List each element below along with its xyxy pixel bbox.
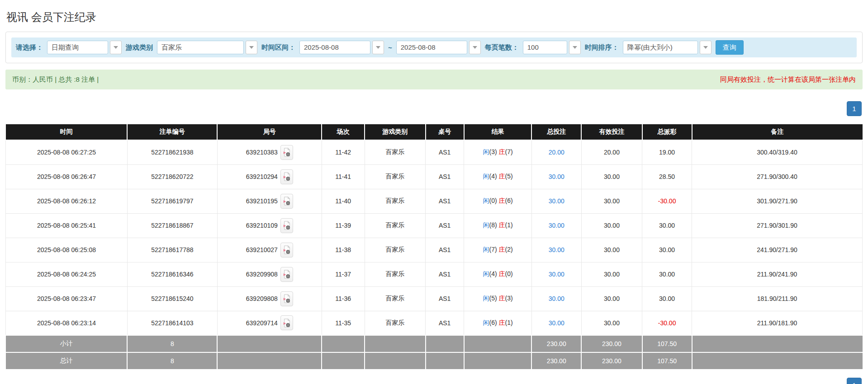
round-id-cell: 639209714 bbox=[217, 311, 322, 335]
col-bet-id: 注单编号 bbox=[127, 124, 217, 140]
valid-bet-cell: 30.00 bbox=[581, 286, 642, 311]
page-size-value[interactable]: 100 bbox=[523, 41, 567, 54]
game-type-cell: 百家乐 bbox=[365, 140, 425, 164]
col-note: 备注 bbox=[692, 124, 863, 140]
player-score: (5) bbox=[489, 295, 497, 302]
chevron-down-icon[interactable] bbox=[700, 41, 711, 54]
result-cell: 闲(4) 庄(0) bbox=[464, 262, 532, 286]
session-cell: 11-37 bbox=[322, 262, 365, 286]
round-id: 639210027 bbox=[246, 246, 278, 253]
sort-order-select[interactable]: 降幂(由大到小) bbox=[623, 41, 711, 54]
player-label: 闲 bbox=[483, 319, 489, 326]
note-cell: 181.90/211.90 bbox=[692, 286, 863, 311]
banker-label: 庄 bbox=[498, 270, 505, 277]
date-to-value[interactable]: 2025-08-08 bbox=[396, 41, 467, 54]
date-to-select[interactable]: 2025-08-08 bbox=[396, 41, 481, 54]
chevron-down-icon[interactable] bbox=[569, 41, 581, 54]
query-type-select[interactable]: 日期查询 bbox=[47, 41, 122, 54]
sort-order-value[interactable]: 降幂(由大到小) bbox=[623, 41, 698, 54]
total-bet-link[interactable]: 30.00 bbox=[531, 189, 581, 213]
note-cell: 301.90/271.90 bbox=[692, 189, 863, 213]
note-cell: 211.90/181.90 bbox=[692, 311, 863, 335]
payout-cell: -30.00 bbox=[642, 311, 692, 335]
note-cell: 241.90/271.90 bbox=[692, 238, 863, 262]
video-record-icon[interactable] bbox=[280, 291, 293, 306]
table-row: 2025-08-08 06:25:08 522718617788 6392100… bbox=[6, 238, 863, 262]
bet-id-cell: 522718620722 bbox=[127, 164, 217, 189]
total-bet-link[interactable]: 30.00 bbox=[531, 311, 581, 335]
video-record-icon[interactable] bbox=[280, 267, 293, 282]
query-type-label: 请选择： bbox=[16, 43, 43, 52]
game-type-value[interactable]: 百家乐 bbox=[157, 41, 244, 54]
video-record-icon[interactable] bbox=[280, 218, 293, 233]
col-payout: 总派彩 bbox=[642, 124, 692, 140]
time-cell: 2025-08-08 06:23:47 bbox=[6, 286, 128, 311]
chevron-down-icon[interactable] bbox=[372, 41, 384, 54]
note-cell: 300.40/319.40 bbox=[692, 140, 863, 164]
player-score: (6) bbox=[489, 319, 497, 326]
total-bet-link[interactable]: 30.00 bbox=[531, 286, 581, 311]
col-result: 结果 bbox=[464, 124, 532, 140]
total-bet-link[interactable]: 30.00 bbox=[531, 213, 581, 238]
note-cell: 211.90/241.90 bbox=[692, 262, 863, 286]
search-button[interactable]: 查询 bbox=[716, 40, 744, 55]
bet-id-cell: 522718616346 bbox=[127, 262, 217, 286]
table-no-cell: AS1 bbox=[426, 262, 464, 286]
valid-bet-cell: 20.00 bbox=[581, 140, 642, 164]
pagination-top: 1 bbox=[5, 101, 862, 116]
pagination-bottom: 1 bbox=[5, 378, 863, 384]
video-record-icon[interactable] bbox=[280, 194, 293, 209]
round-id: 639210294 bbox=[246, 173, 278, 180]
banker-score: (1) bbox=[505, 221, 512, 229]
video-record-icon[interactable] bbox=[280, 243, 293, 258]
query-type-value[interactable]: 日期查询 bbox=[47, 41, 108, 54]
video-record-icon[interactable] bbox=[280, 169, 293, 184]
video-record-icon[interactable] bbox=[280, 315, 293, 330]
page-size-select[interactable]: 100 bbox=[523, 41, 581, 54]
note-cell: 271.90/300.40 bbox=[692, 164, 863, 189]
subtotal-total-bet: 230.00 bbox=[531, 335, 581, 352]
time-cell: 2025-08-08 06:25:41 bbox=[6, 213, 128, 238]
chevron-down-icon[interactable] bbox=[246, 41, 257, 54]
total-bet-link[interactable]: 20.00 bbox=[531, 140, 581, 164]
session-cell: 11-35 bbox=[322, 311, 365, 335]
game-type-select[interactable]: 百家乐 bbox=[157, 41, 257, 54]
chevron-down-icon[interactable] bbox=[469, 41, 481, 54]
total-bet-link[interactable]: 30.00 bbox=[531, 238, 581, 262]
total-bet-link[interactable]: 30.00 bbox=[531, 262, 581, 286]
chevron-down-icon[interactable] bbox=[110, 41, 122, 54]
table-no-cell: AS1 bbox=[426, 238, 464, 262]
bet-records-table: 时间 注单编号 局号 场次 游戏类别 桌号 结果 总投注 有效投注 总派彩 备注… bbox=[5, 124, 863, 370]
player-label: 闲 bbox=[483, 295, 489, 302]
col-table-no: 桌号 bbox=[426, 124, 464, 140]
page-1-button[interactable]: 1 bbox=[847, 378, 862, 384]
banker-label: 庄 bbox=[498, 295, 505, 302]
bet-id-cell: 522718615240 bbox=[127, 286, 217, 311]
video-record-icon[interactable] bbox=[280, 145, 293, 160]
total-bet-link[interactable]: 30.00 bbox=[531, 164, 581, 189]
result-cell: 闲(6) 庄(1) bbox=[464, 311, 532, 335]
session-cell: 11-38 bbox=[322, 238, 365, 262]
table-row: 2025-08-08 06:23:47 522718615240 6392098… bbox=[6, 286, 863, 311]
table-row: 2025-08-08 06:23:14 522718614103 6392097… bbox=[6, 311, 863, 335]
col-session: 场次 bbox=[322, 124, 365, 140]
player-score: (8) bbox=[489, 221, 497, 229]
bet-id-cell: 522718619797 bbox=[127, 189, 217, 213]
bet-id-cell: 522718618867 bbox=[127, 213, 217, 238]
table-row: 2025-08-08 06:26:47 522718620722 6392102… bbox=[6, 164, 863, 189]
date-from-value[interactable]: 2025-08-08 bbox=[299, 41, 370, 54]
total-count: 8 bbox=[127, 352, 217, 370]
banker-score: (7) bbox=[505, 148, 512, 155]
game-type-cell: 百家乐 bbox=[365, 286, 425, 311]
payout-cell: 28.50 bbox=[642, 164, 692, 189]
page-1-button[interactable]: 1 bbox=[847, 101, 862, 116]
notice-text: 同局有效投注，统一计算在该局第一张注单内 bbox=[720, 75, 856, 84]
col-total-bet: 总投注 bbox=[531, 124, 581, 140]
time-cell: 2025-08-08 06:26:47 bbox=[6, 164, 128, 189]
subtotal-label: 小计 bbox=[6, 335, 128, 352]
date-from-select[interactable]: 2025-08-08 bbox=[299, 41, 384, 54]
banker-label: 庄 bbox=[498, 319, 505, 326]
round-id: 639209808 bbox=[246, 295, 278, 302]
banker-label: 庄 bbox=[498, 173, 505, 180]
col-valid-bet: 有效投注 bbox=[581, 124, 642, 140]
